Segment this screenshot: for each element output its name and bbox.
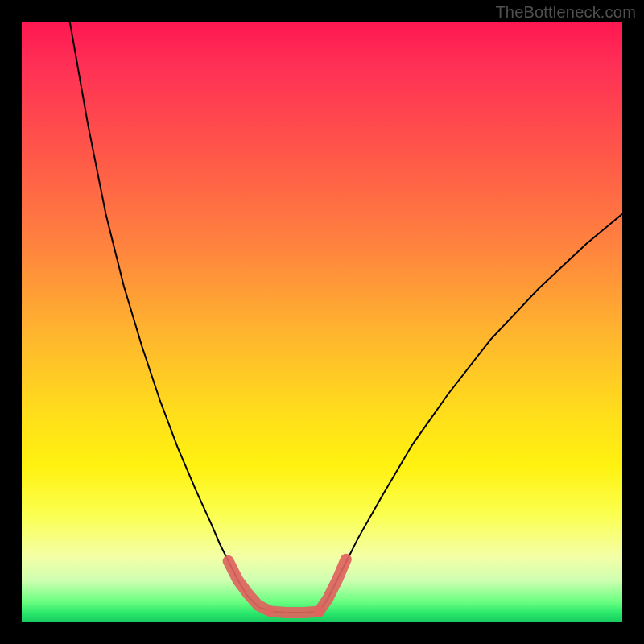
attribution-text: TheBottleneck.com [495,3,636,22]
left-highlight [229,561,268,610]
plot-area [22,22,622,622]
right-highlight [319,559,346,612]
left-branch-line [70,22,271,612]
right-branch-line [319,214,622,612]
frame: TheBottleneck.com [0,0,644,644]
chart-svg [22,22,622,622]
bottom-highlight [271,612,320,613]
